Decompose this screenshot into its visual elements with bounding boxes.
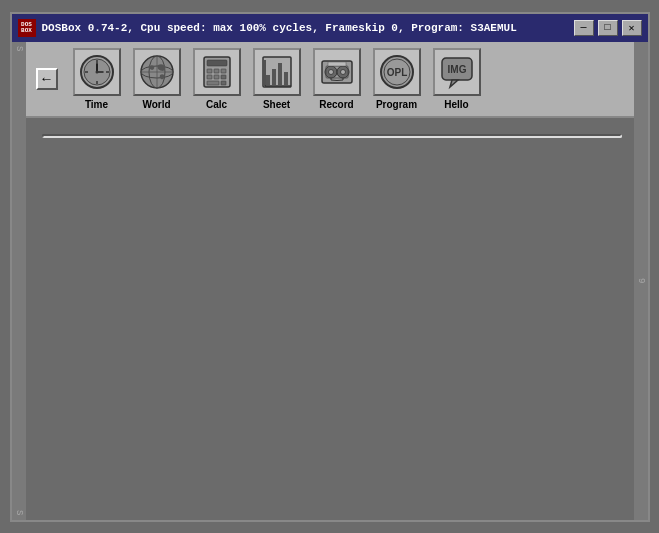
time-label: Time <box>85 99 108 110</box>
svg-rect-18 <box>221 69 226 73</box>
program-label: Program <box>376 99 417 110</box>
svg-rect-28 <box>284 72 288 85</box>
close-button[interactable]: ✕ <box>622 20 642 36</box>
sheet-icon <box>253 48 301 96</box>
world-icon <box>133 48 181 96</box>
svg-text:OPL: OPL <box>386 67 407 78</box>
time-icon <box>73 48 121 96</box>
main-content <box>42 134 622 138</box>
svg-rect-15 <box>207 60 227 66</box>
left-bar-text-bottom: S <box>14 510 24 515</box>
minimize-button[interactable]: — <box>574 20 594 36</box>
calc-icon <box>193 48 241 96</box>
record-label: Record <box>319 99 353 110</box>
app-program[interactable]: OPL Program <box>368 48 426 110</box>
right-bar-text: 9 <box>636 278 646 283</box>
dosbox-window: DOSBOX DOSBox 0.74-2, Cpu speed: max 100… <box>10 12 650 522</box>
app-world[interactable]: World <box>128 48 186 110</box>
dosbox-icon: DOSBOX <box>18 19 36 37</box>
title-bar-controls: — □ ✕ <box>574 20 642 36</box>
app-record[interactable]: Record <box>308 48 366 110</box>
svg-rect-17 <box>214 69 219 73</box>
title-bar-left: DOSBOX DOSBox 0.74-2, Cpu speed: max 100… <box>18 19 517 37</box>
svg-rect-26 <box>272 69 276 85</box>
svg-point-33 <box>328 69 333 74</box>
calc-label: Calc <box>206 99 227 110</box>
img-icon: IMG <box>433 48 481 96</box>
app-img[interactable]: IMG Hello <box>428 48 486 110</box>
world-label: World <box>142 99 170 110</box>
right-sidebar: 9 <box>634 42 648 520</box>
svg-rect-25 <box>266 75 270 85</box>
maximize-button[interactable]: □ <box>598 20 618 36</box>
back-button[interactable]: ← <box>36 68 58 90</box>
svg-text:IMG: IMG <box>447 64 466 75</box>
svg-rect-20 <box>214 75 219 79</box>
title-bar-text: DOSBox 0.74-2, Cpu speed: max 100% cycle… <box>42 22 517 34</box>
svg-rect-27 <box>278 63 282 85</box>
left-bar-text-top: S <box>14 46 24 51</box>
svg-point-35 <box>340 69 345 74</box>
left-sidebar: S S <box>12 42 26 520</box>
content-area <box>34 126 630 512</box>
app-calc[interactable]: Calc <box>188 48 246 110</box>
img-label: Hello <box>444 99 468 110</box>
record-icon <box>313 48 361 96</box>
svg-rect-19 <box>207 75 212 79</box>
window-body: S S 9 ← <box>12 42 648 520</box>
sheet-label: Sheet <box>263 99 290 110</box>
svg-rect-22 <box>207 81 219 85</box>
app-sheet[interactable]: Sheet <box>248 48 306 110</box>
app-time[interactable]: Time <box>68 48 126 110</box>
title-bar: DOSBOX DOSBox 0.74-2, Cpu speed: max 100… <box>12 14 648 42</box>
svg-point-8 <box>95 70 98 73</box>
svg-rect-23 <box>221 81 226 85</box>
program-icon: OPL <box>373 48 421 96</box>
svg-rect-37 <box>328 62 346 66</box>
svg-rect-16 <box>207 69 212 73</box>
svg-rect-21 <box>221 75 226 79</box>
app-bar: ← <box>26 42 634 118</box>
